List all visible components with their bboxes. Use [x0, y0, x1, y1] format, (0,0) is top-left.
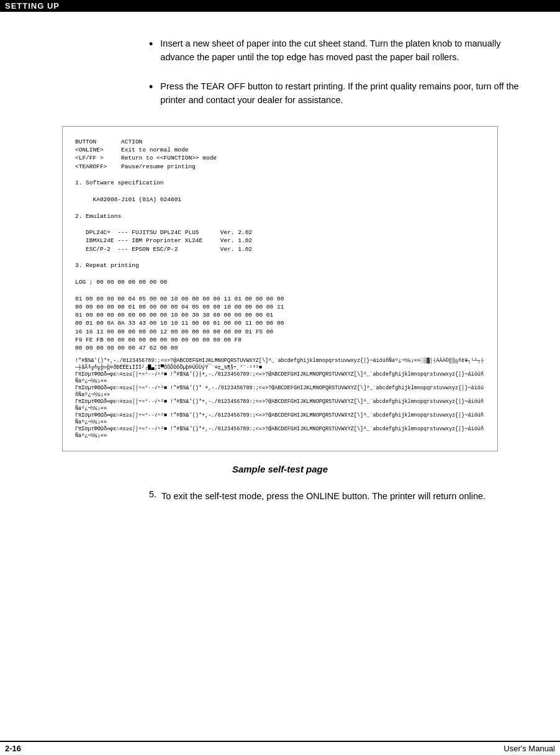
bullet-dot-1: • — [149, 37, 153, 52]
bullet-text-1: Insert a new sheet of paper into the cut… — [160, 37, 523, 65]
numbered-section: 5. To exit the self-test mode, press the… — [37, 489, 523, 503]
step-5: 5. To exit the self-test mode, press the… — [149, 489, 523, 503]
step-5-text: To exit the self-test mode, press the ON… — [161, 489, 485, 503]
page-content: • Insert a new sheet of paper into the c… — [0, 12, 560, 522]
sample-caption: Sample self-test page — [37, 464, 523, 474]
sample-dense-text: !"#$%&'()*+,-./0123456789:;<=>?@ABCDEFGH… — [75, 358, 485, 440]
bullet-section: • Insert a new sheet of paper into the c… — [37, 37, 523, 107]
bullet-dot-2: • — [149, 79, 153, 95]
sample-box: BUTTON ACTION <ONLINE> Exit to normal mo… — [62, 126, 498, 451]
footer-page-number: 2-16 — [5, 744, 21, 753]
bullet-item-1: • Insert a new sheet of paper into the c… — [149, 37, 523, 65]
page-footer: 2-16 User's Manual — [0, 741, 560, 755]
footer-manual-label: User's Manual — [504, 744, 555, 753]
page-header: SETTING UP — [0, 0, 560, 12]
bullet-text-2: Press the TEAR OFF button to restart pri… — [160, 79, 523, 107]
bullet-item-2: • Press the TEAR OFF button to restart p… — [149, 79, 523, 107]
step-5-number: 5. — [149, 489, 156, 499]
sample-box-lines: BUTTON ACTION <ONLINE> Exit to normal mo… — [75, 138, 485, 353]
